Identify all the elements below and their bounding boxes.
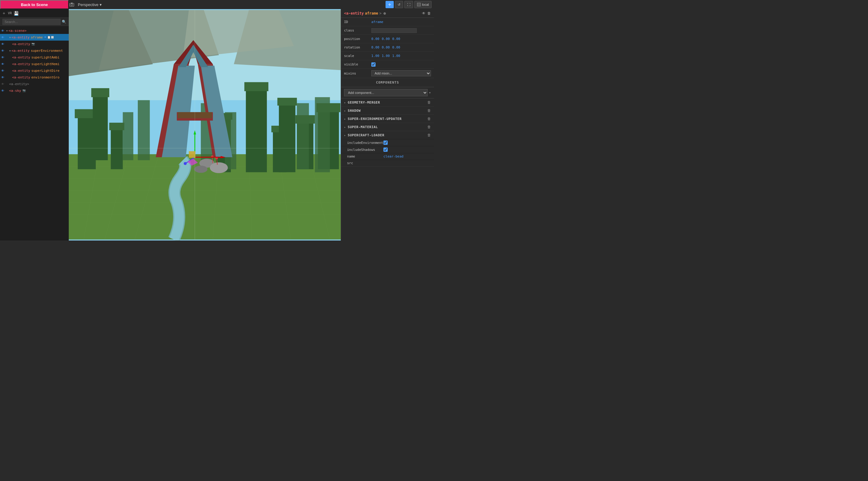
component-delete-icon[interactable]: 🗑	[427, 125, 431, 129]
tree-item-camera[interactable]: 👁 <a-entity 📷	[0, 40, 69, 47]
scene-tree: 👁 ▾ <a-scene> 👁 ▾ <a-entity aframe 👁 📋	[0, 26, 69, 241]
perspective-area: Perspective ▾	[75, 0, 105, 9]
eye-icon: 👁	[1, 42, 5, 46]
add-component-row: Add component... ▾	[341, 87, 434, 98]
component-delete-icon[interactable]: 🗑	[427, 117, 431, 121]
eye-icon: 👁	[1, 49, 5, 52]
tree-item-aframe[interactable]: 👁 ▾ <a-entity aframe 👁 📋	[0, 34, 69, 40]
local-button[interactable]: local	[414, 1, 432, 8]
tree-item-super-env[interactable]: 👁 ▾ <a-entity superEnvironment	[0, 47, 69, 54]
prop-mixins-label: mixins	[344, 71, 371, 76]
entity-eye-icon: 👁	[44, 36, 46, 39]
rot-y[interactable]: 0.00	[382, 46, 390, 49]
vr-icon[interactable]: VR	[8, 11, 12, 15]
perspective-chevron: ▾	[100, 2, 102, 7]
component-name: SHADOW	[348, 109, 427, 113]
search-input[interactable]	[2, 19, 61, 25]
prop-class-row: class	[341, 26, 434, 35]
name-value[interactable]: clear-bead	[383, 154, 403, 158]
svg-rect-38	[277, 98, 297, 106]
prop-position-values: 0.00 0.00 0.00	[371, 37, 400, 41]
viewport[interactable]	[69, 9, 341, 241]
pos-z[interactable]: 0.00	[392, 37, 400, 41]
pos-x[interactable]: 0.00	[371, 37, 379, 41]
eye-icon: 👁	[1, 56, 5, 59]
svg-point-56	[210, 162, 228, 173]
components-header: COMPONENTS	[341, 78, 434, 87]
svg-rect-35	[246, 88, 267, 172]
camera-icon: 📷	[31, 42, 35, 46]
fullscreen-icon: ⛶	[407, 3, 410, 6]
prop-rotation-label: rotation	[344, 46, 371, 49]
component-name: GEOMETRY-MERGER	[348, 100, 427, 104]
scale-z[interactable]: 1.00	[392, 54, 400, 58]
component-delete-icon[interactable]: 🗑	[427, 133, 431, 137]
tree-item-env-gro[interactable]: 👁 <a-entity environmentGro	[0, 74, 69, 81]
fullscreen-button[interactable]: ⛶	[404, 1, 413, 8]
rot-z[interactable]: 0.00	[392, 46, 400, 49]
add-component-chevron: ▾	[429, 91, 431, 95]
add-component-dropdown[interactable]: Add component...	[344, 89, 428, 96]
entity-header: <a-entity aframe > ⊕ 👁 🗑	[341, 9, 434, 18]
delete-icon[interactable]: 🗑	[427, 11, 431, 16]
svg-rect-42	[138, 100, 150, 160]
component-delete-icon[interactable]: 🗑	[427, 109, 431, 113]
component-name: SUPER-MATERIAL	[348, 125, 427, 129]
pos-y[interactable]: 0.00	[382, 37, 390, 41]
sky-camera-icon: 📷	[23, 89, 26, 92]
prop-position-row: position 0.00 0.00 0.00	[341, 35, 434, 43]
component-name: SUPER-ENVIRONMENT-UPDATER	[348, 117, 427, 121]
tree-item-light-ambi[interactable]: 👁 <a-entity superLightAmbi	[0, 54, 69, 61]
tree-item-light-dire[interactable]: 👁 <a-entity superLightDire	[0, 67, 69, 74]
entity-tag: <a-entity	[344, 11, 364, 16]
right-panel: <a-entity aframe > ⊕ 👁 🗑 ID aframe class…	[341, 9, 434, 241]
component-delete-icon[interactable]: 🗑	[427, 100, 431, 104]
component-arrow: ▸	[344, 109, 346, 112]
prop-scale-label: scale	[344, 54, 371, 58]
component-shadow-header[interactable]: ▸ SHADOW 🗑	[341, 107, 434, 115]
prop-visible-checkbox[interactable]	[371, 62, 376, 67]
svg-point-57	[194, 166, 208, 173]
main-layout: ＋ VR 💾 🔍 👁 ▾ <a-scene> 👁 ▾ <a-entity afr…	[0, 9, 434, 241]
search-icon: 🔍	[62, 20, 66, 24]
refresh-button[interactable]: ↺	[395, 1, 403, 8]
search-bar: 🔍	[0, 18, 69, 26]
scene-canvas	[69, 9, 341, 241]
move-icon: ✛	[388, 3, 391, 7]
tree-item-light-hemi[interactable]: 👁 <a-entity superLightHemi	[0, 61, 69, 67]
prop-mixins-dropdown[interactable]: Add mixin...	[371, 70, 431, 76]
prop-id-value[interactable]: aframe	[371, 20, 383, 24]
move-tool-button[interactable]: ✛	[385, 1, 394, 8]
component-supercraft-loader-header[interactable]: ▸ SUPERCRAFT-LOADER 🗑	[341, 131, 434, 139]
svg-point-1	[71, 4, 73, 6]
visibility-icon[interactable]: 👁	[422, 11, 426, 16]
eye-icon: 👁	[1, 36, 5, 39]
perspective-label: Perspective	[78, 2, 98, 7]
prop-include-environment: includeEnvironment	[341, 139, 434, 146]
svg-rect-45	[297, 103, 309, 169]
component-geometry-merger-header[interactable]: ▸ GEOMETRY-MERGER 🗑	[341, 98, 434, 106]
scale-y[interactable]: 1.00	[382, 54, 390, 58]
perspective-dropdown[interactable]: Perspective ▾	[78, 2, 102, 7]
include-env-checkbox[interactable]	[383, 141, 388, 145]
prop-position-label: position	[344, 37, 371, 41]
tree-item-entity-hidden[interactable]: 👁 <a-entity>	[0, 81, 69, 87]
prop-id-label: ID	[344, 20, 371, 24]
component-super-env-header[interactable]: ▸ SUPER-ENVIRONMENT-UPDATER 🗑	[341, 115, 434, 123]
prop-rotation-values: 0.00 0.00 0.00	[371, 46, 400, 49]
rot-x[interactable]: 0.00	[371, 46, 379, 49]
back-to-scene-button[interactable]: Back to Scene	[0, 0, 69, 9]
save-icon[interactable]: 💾	[13, 11, 19, 16]
top-bar: Back to Scene Perspective ▾ ✛ ↺ ⛶ local	[0, 0, 434, 9]
eye-icon-hidden: 👁	[1, 82, 5, 86]
component-super-material-header[interactable]: ▸ SUPER-MATERIAL 🗑	[341, 123, 434, 131]
prop-class-input[interactable]	[371, 28, 417, 33]
prop-scale-values: 1.00 1.00 1.00	[371, 54, 400, 58]
include-shadows-checkbox[interactable]	[383, 148, 388, 152]
scale-x[interactable]: 1.00	[371, 54, 379, 58]
component-super-material: ▸ SUPER-MATERIAL 🗑	[341, 123, 434, 131]
add-entity-icon[interactable]: ＋	[2, 10, 6, 16]
local-label: local	[422, 3, 429, 6]
tree-item-sky[interactable]: 👁 <a-sky 📷	[0, 87, 69, 94]
tree-item-ascene[interactable]: 👁 ▾ <a-scene>	[0, 27, 69, 34]
